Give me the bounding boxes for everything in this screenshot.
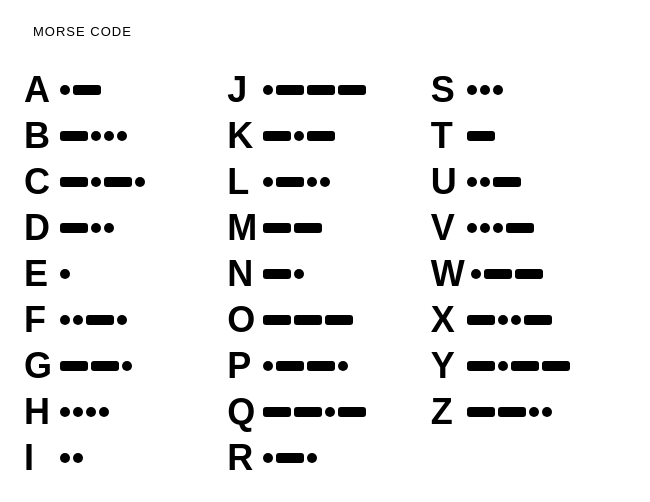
morse-entry: L [223, 162, 426, 202]
dot-symbol [467, 177, 477, 187]
dash-symbol [467, 361, 495, 371]
morse-letter: X [431, 302, 461, 338]
morse-letter: N [227, 256, 257, 292]
morse-entry: N [223, 254, 426, 294]
dash-symbol [60, 131, 88, 141]
dot-symbol [542, 407, 552, 417]
morse-entry: R [223, 438, 426, 478]
dot-symbol [73, 453, 83, 463]
morse-code-symbols [60, 407, 109, 417]
dash-symbol [104, 177, 132, 187]
dot-symbol [294, 131, 304, 141]
morse-code-symbols [467, 177, 521, 187]
morse-letter: W [431, 256, 465, 292]
dot-symbol [467, 85, 477, 95]
morse-code-symbols [467, 315, 552, 325]
dot-symbol [263, 85, 273, 95]
morse-code-symbols [467, 361, 570, 371]
morse-entry: J [223, 70, 426, 110]
dot-symbol [480, 85, 490, 95]
morse-entry: P [223, 346, 426, 386]
morse-entry: I [20, 438, 223, 478]
morse-letter: K [227, 118, 257, 154]
morse-entry: T [427, 116, 630, 156]
dash-symbol [467, 315, 495, 325]
dot-symbol [60, 453, 70, 463]
morse-code-symbols [467, 223, 534, 233]
dash-symbol [467, 407, 495, 417]
dot-symbol [263, 361, 273, 371]
morse-entry: Q [223, 392, 426, 432]
dot-symbol [263, 453, 273, 463]
dot-symbol [529, 407, 539, 417]
morse-letter: R [227, 440, 257, 476]
morse-code-symbols [263, 315, 353, 325]
morse-letter: E [24, 256, 54, 292]
morse-code-symbols [263, 85, 366, 95]
dot-symbol [493, 223, 503, 233]
dash-symbol [498, 407, 526, 417]
morse-entry: X [427, 300, 630, 340]
morse-letter: P [227, 348, 257, 384]
dot-symbol [73, 315, 83, 325]
morse-letter: M [227, 210, 257, 246]
dash-symbol [493, 177, 521, 187]
dot-symbol [498, 361, 508, 371]
morse-entry: S [427, 70, 630, 110]
morse-letter: A [24, 72, 54, 108]
dot-symbol [99, 407, 109, 417]
page-title: MORSE CODE [33, 24, 132, 39]
dash-symbol [86, 315, 114, 325]
dash-symbol [542, 361, 570, 371]
dot-symbol [91, 223, 101, 233]
dash-symbol [467, 131, 495, 141]
morse-code-symbols [263, 453, 317, 463]
dash-symbol [276, 177, 304, 187]
dash-symbol [73, 85, 101, 95]
dot-symbol [135, 177, 145, 187]
morse-code-symbols [60, 269, 70, 279]
dash-symbol [60, 223, 88, 233]
dash-symbol [294, 407, 322, 417]
dot-symbol [91, 131, 101, 141]
dash-symbol [325, 315, 353, 325]
dash-symbol [276, 85, 304, 95]
dot-symbol [307, 453, 317, 463]
dot-symbol [104, 223, 114, 233]
dot-symbol [467, 223, 477, 233]
morse-letter: F [24, 302, 54, 338]
morse-letter: S [431, 72, 461, 108]
morse-letter: I [24, 440, 54, 476]
morse-code-symbols [60, 177, 145, 187]
morse-entry: K [223, 116, 426, 156]
dot-symbol [307, 177, 317, 187]
dash-symbol [524, 315, 552, 325]
morse-letter: B [24, 118, 54, 154]
dot-symbol [480, 177, 490, 187]
dash-symbol [263, 223, 291, 233]
dot-symbol [480, 223, 490, 233]
morse-code-symbols [60, 223, 114, 233]
morse-code-symbols [471, 269, 543, 279]
morse-code-symbols [263, 361, 348, 371]
dot-symbol [320, 177, 330, 187]
dash-symbol [506, 223, 534, 233]
dot-symbol [294, 269, 304, 279]
morse-letter: U [431, 164, 461, 200]
morse-letter: L [227, 164, 257, 200]
dash-symbol [276, 361, 304, 371]
dash-symbol [307, 131, 335, 141]
morse-code-symbols [263, 269, 304, 279]
dot-symbol [338, 361, 348, 371]
dash-symbol [263, 269, 291, 279]
morse-code-symbols [467, 407, 552, 417]
morse-letter: G [24, 348, 54, 384]
morse-code-symbols [263, 131, 335, 141]
morse-letter: Y [431, 348, 461, 384]
morse-grid: ABCDEFGHIJKLMNOPQRSTUVWXYZ [20, 70, 630, 478]
morse-entry: A [20, 70, 223, 110]
morse-entry: F [20, 300, 223, 340]
dash-symbol [60, 177, 88, 187]
dash-symbol [294, 223, 322, 233]
dash-symbol [263, 315, 291, 325]
